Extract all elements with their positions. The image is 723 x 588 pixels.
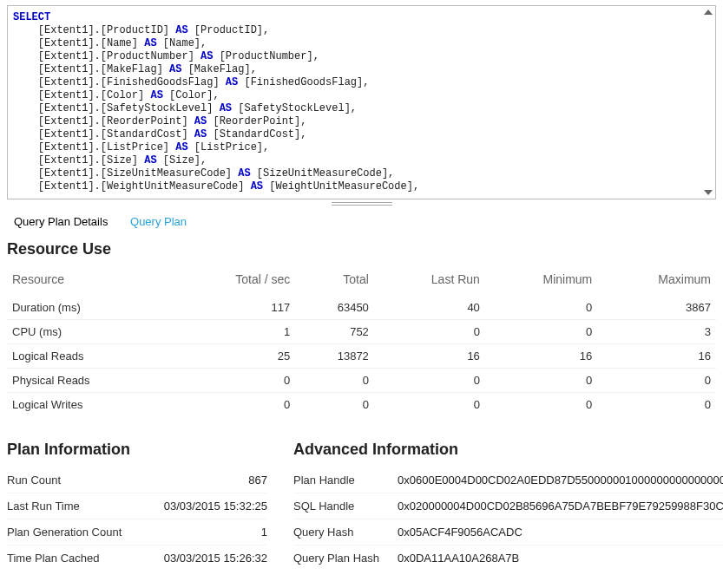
cell: 3 bbox=[597, 320, 716, 344]
col-total: Total bbox=[295, 267, 374, 296]
col-min: Minimum bbox=[485, 267, 597, 296]
cell: 0 bbox=[597, 369, 716, 393]
cell: 0 bbox=[295, 393, 374, 417]
cell: CPU (ms) bbox=[7, 320, 173, 344]
cell: 0 bbox=[173, 393, 295, 417]
splitter-handle-icon[interactable] bbox=[332, 202, 392, 206]
info-value: 0x05ACF4F9056ACADC bbox=[398, 526, 723, 539]
cell: 0 bbox=[485, 320, 597, 344]
resource-use-heading: Resource Use bbox=[7, 240, 716, 258]
info-row: SQL Handle0x020000004D00CD02B85696A75DA7… bbox=[293, 493, 723, 519]
cell: 0 bbox=[485, 393, 597, 417]
cell: 117 bbox=[173, 296, 295, 320]
info-value: 03/03/2015 15:32:25 bbox=[137, 500, 267, 513]
scroll-up-icon[interactable] bbox=[704, 10, 713, 15]
table-row: Logical Reads2513872161616 bbox=[7, 344, 716, 369]
info-value: 867 bbox=[137, 474, 267, 487]
cell: 16 bbox=[597, 344, 716, 369]
splitter[interactable] bbox=[7, 199, 716, 208]
table-row: Logical Writes00000 bbox=[7, 393, 716, 417]
resource-use-table: Resource Total / sec Total Last Run Mini… bbox=[7, 267, 716, 416]
cell: 0 bbox=[485, 296, 597, 320]
cell: Duration (ms) bbox=[7, 296, 173, 320]
info-row: Plan Generation Count1 bbox=[7, 519, 267, 545]
cell: 13872 bbox=[295, 344, 374, 369]
cell: Physical Reads bbox=[7, 369, 173, 393]
tab-query-plan[interactable]: Query Plan bbox=[130, 215, 187, 228]
info-row: Last Run Time03/03/2015 15:32:25 bbox=[7, 493, 267, 519]
info-label: Query Hash bbox=[293, 526, 398, 539]
table-row: Duration (ms)117634504003867 bbox=[7, 296, 716, 320]
info-value: 1 bbox=[137, 526, 267, 539]
info-label: SQL Handle bbox=[293, 500, 398, 513]
cell: 752 bbox=[295, 320, 374, 344]
info-row: Query Hash0x05ACF4F9056ACADC bbox=[293, 519, 723, 545]
info-value: 0x020000004D00CD02B85696A75DA7BEBF79E792… bbox=[398, 500, 723, 513]
tab-bar: Query Plan Details Query Plan bbox=[14, 215, 716, 228]
info-label: Run Count bbox=[7, 474, 137, 487]
cell: 63450 bbox=[295, 296, 374, 320]
col-max: Maximum bbox=[597, 267, 716, 296]
info-label: Time Plan Cached bbox=[7, 552, 137, 565]
cell: 1 bbox=[173, 320, 295, 344]
info-row: Run Count867 bbox=[7, 467, 267, 493]
cell: 0 bbox=[374, 320, 485, 344]
advanced-information-heading: Advanced Information bbox=[293, 441, 723, 459]
info-row: Query Plan Hash0x0DA11AA10A268A7B bbox=[293, 545, 723, 571]
sql-query-panel[interactable]: SELECT [Extent1].[ProductID] AS [Product… bbox=[7, 5, 716, 199]
cell: Logical Reads bbox=[7, 344, 173, 369]
info-label: Plan Generation Count bbox=[7, 526, 137, 539]
cell: 0 bbox=[173, 369, 295, 393]
info-value: 0x0600E0004D00CD02A0EDD87D55000000100000… bbox=[398, 474, 723, 487]
cell: 25 bbox=[173, 344, 295, 369]
info-label: Query Plan Hash bbox=[293, 552, 398, 565]
info-label: Plan Handle bbox=[293, 474, 398, 487]
cell: 0 bbox=[485, 369, 597, 393]
info-label: Last Run Time bbox=[7, 500, 137, 513]
cell: Logical Writes bbox=[7, 393, 173, 417]
cell: 40 bbox=[374, 296, 485, 320]
cell: 0 bbox=[374, 369, 485, 393]
info-row: Plan Handle0x0600E0004D00CD02A0EDD87D550… bbox=[293, 467, 723, 493]
info-value: 0x0DA11AA10A268A7B bbox=[398, 552, 723, 565]
info-row: Time Plan Cached03/03/2015 15:26:32 bbox=[7, 545, 267, 571]
info-value: 03/03/2015 15:26:32 bbox=[137, 552, 267, 565]
col-resource: Resource bbox=[7, 267, 173, 296]
cell: 0 bbox=[374, 393, 485, 417]
col-total-sec: Total / sec bbox=[173, 267, 295, 296]
scroll-down-icon[interactable] bbox=[704, 190, 713, 195]
tab-query-plan-details[interactable]: Query Plan Details bbox=[14, 215, 108, 228]
cell: 16 bbox=[374, 344, 485, 369]
table-row: Physical Reads00000 bbox=[7, 369, 716, 393]
cell: 3867 bbox=[597, 296, 716, 320]
cell: 0 bbox=[295, 369, 374, 393]
plan-information-heading: Plan Information bbox=[7, 441, 267, 459]
table-row: CPU (ms)1752003 bbox=[7, 320, 716, 344]
cell: 16 bbox=[485, 344, 597, 369]
col-last-run: Last Run bbox=[374, 267, 485, 296]
sql-code: SELECT [Extent1].[ProductID] AS [Product… bbox=[13, 11, 710, 193]
cell: 0 bbox=[597, 393, 716, 417]
